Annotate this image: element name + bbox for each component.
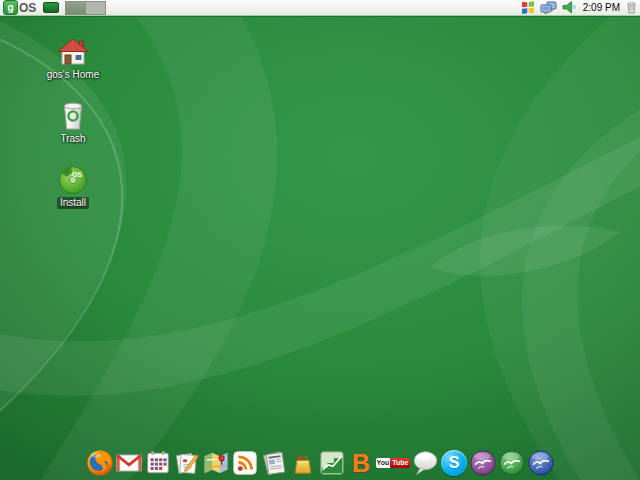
gos-logo-icon: g [3,0,18,15]
updates-pinwheel-icon[interactable] [521,1,535,15]
dock-item-google-calendar[interactable] [144,449,172,477]
openoffice-writer-icon [527,449,555,477]
dock: B B YouTube YouTube [86,449,555,477]
dock-item-google-docs[interactable] [173,449,201,477]
skype-icon: S [440,449,468,477]
dock-item-gmail[interactable] [115,449,143,477]
show-desktop-applet[interactable] [43,2,59,13]
gos-logo-text: OS [19,1,36,15]
reader-rss-icon [231,449,259,477]
openoffice-calc-icon [498,449,526,477]
dock-item-youtube[interactable]: YouTube YouTube [376,449,410,477]
dock-item-google-finance[interactable] [318,449,346,477]
dock-item-chat[interactable] [411,449,439,477]
top-panel: g OS [0,0,640,16]
docs-icon [173,449,201,477]
desktop-screen: g OS [0,0,640,480]
desktop-icon-area: gos's Home Trash [41,35,105,227]
workspace-1[interactable] [66,2,85,14]
desktop-icon-home[interactable]: gos's Home [41,35,105,99]
maps-icon [202,449,230,477]
desktop-icon-label: Trash [60,133,85,145]
svg-text:OS: OS [72,171,82,178]
dock-item-openoffice-impress[interactable] [469,449,497,477]
firefox-icon [86,449,114,477]
youtube-icon: YouTube [376,449,410,477]
youtube-tube-text: Tube [390,458,410,468]
youtube-you-text: You [376,458,391,468]
blogger-icon: B [347,449,375,477]
calendar-icon [144,449,172,477]
desktop-icon-trash[interactable]: Trash [41,99,105,163]
desktop-icon-label: gos's Home [47,69,100,81]
install-disc-icon: OS [58,163,88,195]
dock-item-google-maps[interactable] [202,449,230,477]
blogger-letter: B [352,450,370,476]
dock-item-google-shopping[interactable] [289,449,317,477]
dock-item-firefox[interactable] [86,449,114,477]
finance-chart-icon [318,449,346,477]
gmail-icon [115,449,143,477]
chat-bubble-icon [411,449,439,477]
desktop-icon-install[interactable]: OS Install [41,163,105,227]
home-icon [56,35,90,67]
workspace-switcher[interactable] [65,1,106,15]
dock-item-openoffice-writer[interactable] [527,449,555,477]
network-monitors-icon[interactable] [540,1,557,15]
dock-item-google-reader[interactable] [231,449,259,477]
news-icon [260,449,288,477]
trash-mini-icon[interactable] [626,1,637,14]
gos-menu-button[interactable]: g OS [3,0,36,15]
dock-item-blogger[interactable]: B B [347,449,375,477]
trash-icon [58,99,88,131]
dock-item-openoffice-calc[interactable] [498,449,526,477]
dock-item-skype[interactable]: S S [440,449,468,477]
shopping-bag-icon [289,449,317,477]
dock-item-google-news[interactable] [260,449,288,477]
clock[interactable]: 2:09 PM [583,2,620,13]
volume-speaker-icon[interactable] [562,1,577,14]
desktop-icon-label: Install [57,197,89,209]
openoffice-impress-icon [469,449,497,477]
workspace-2[interactable] [85,2,105,14]
skype-letter: S [449,455,460,471]
